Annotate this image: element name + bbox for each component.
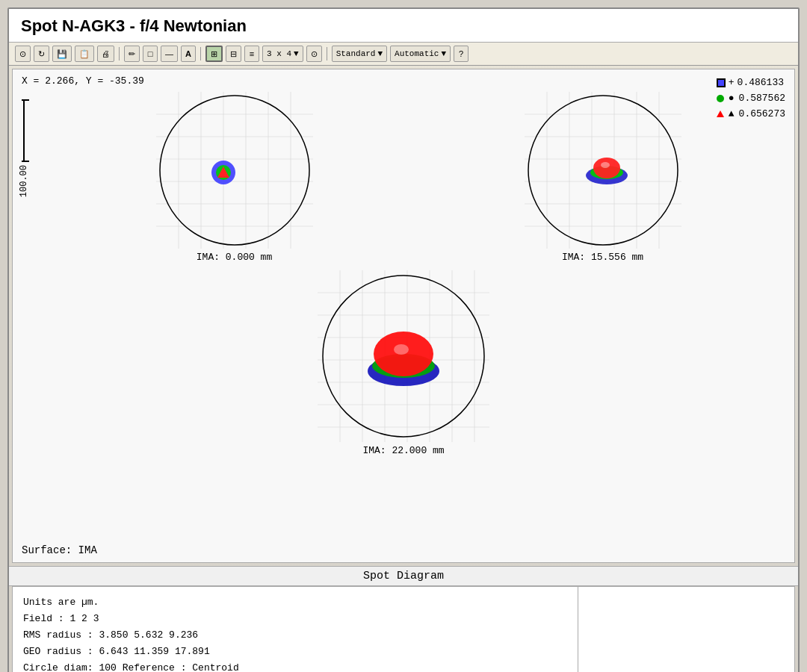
spot-svg-1	[156, 92, 313, 249]
toolbar-minimize[interactable]: ⊙	[15, 46, 31, 62]
field-v3: 3	[93, 613, 99, 624]
geo-v2: 11.359	[134, 646, 169, 657]
dropdown2-label: Automatic	[395, 49, 439, 58]
window-title: Spot N-AGK3 - f/4 Newtonian	[9, 9, 798, 43]
toolbar-rect[interactable]: □	[143, 46, 158, 62]
sep2	[200, 47, 201, 60]
legend: + 0.486133 ● 0.587562 ▲ 0.656273	[717, 75, 785, 122]
rms-row: RMS radius : 3.850 5.632 9.236	[23, 627, 567, 644]
title-text: Spot N-AGK3 - f/4 Newtonian	[21, 16, 247, 35]
toolbar-text[interactable]: A	[181, 46, 196, 62]
spot-container-3	[318, 270, 489, 442]
svg-point-54	[394, 344, 409, 355]
units-line: Units are µm.	[23, 594, 567, 611]
rms-v1: 3.850	[99, 629, 128, 641]
field-v1: 1	[69, 613, 81, 624]
toolbar-line[interactable]: —	[161, 46, 178, 62]
toolbar-grid-view[interactable]: ⊞	[205, 46, 223, 62]
dropdown1-label: Standard	[336, 49, 376, 58]
rms-label: RMS radius :	[23, 629, 99, 641]
circle-v3: : Centroid	[181, 662, 239, 672]
spot-label-1: IMA: 0.000 mm	[197, 252, 272, 263]
toolbar-save[interactable]: 💾	[52, 46, 72, 62]
spot-container-2	[525, 92, 681, 249]
sep3	[327, 47, 327, 60]
svg-point-34	[601, 162, 610, 168]
toolbar-clock[interactable]: ⊙	[306, 46, 322, 62]
geo-row: GEO radius : 6.643 11.359 17.891	[23, 644, 567, 660]
scale-line	[23, 101, 25, 161]
rms-v3: 9.236	[169, 629, 198, 641]
legend-item-green: ● 0.587562	[717, 91, 785, 107]
geo-v1: 6.643	[99, 646, 128, 657]
data-section: Units are µm. Field : 1 2 3 RMS radius :…	[12, 586, 795, 672]
toolbar-pencil[interactable]: ✏	[124, 46, 140, 62]
sep1	[119, 47, 120, 60]
standard-dropdown[interactable]: Standard ▼	[332, 46, 387, 62]
legend-triangle-red	[717, 111, 724, 117]
data-right	[578, 587, 794, 672]
legend-value-blue: 0.486133	[738, 75, 784, 91]
legend-item-red: ▲ 0.656273	[717, 107, 785, 122]
spot-panel-3: IMA: 22.000 mm	[318, 270, 489, 456]
scale-tick-bottom	[22, 161, 29, 162]
spots-row-top: IMA: 0.000 mm	[13, 69, 794, 263]
legend-box-blue	[717, 78, 726, 87]
circle-label: Circle diam:	[23, 662, 99, 672]
surface-label: Surface: IMA	[22, 544, 97, 556]
main-window: Spot N-AGK3 - f/4 Newtonian ⊙ ↻ 💾 📋 🖨 ✏ …	[7, 7, 800, 672]
toolbar-settings[interactable]: ⊟	[226, 46, 241, 62]
toolbar-copy[interactable]: 📋	[75, 46, 94, 62]
circle-v1: 100	[99, 662, 116, 672]
toolbar-refresh[interactable]: ↻	[34, 46, 49, 62]
legend-dot-green	[717, 95, 724, 102]
geo-label: GEO radius :	[23, 646, 99, 657]
grid-label: 3 x 4	[267, 49, 291, 58]
legend-item-blue: + 0.486133	[717, 75, 785, 91]
toolbar: ⊙ ↻ 💾 📋 🖨 ✏ □ — A ⊞ ⊟ ≡ 3 x 4▼ ⊙ Standar…	[9, 43, 798, 66]
svg-point-33	[593, 158, 620, 178]
spot-panel-2: IMA: 15.556 mm	[525, 92, 681, 263]
graph-area: X = 2.266, Y = -35.39 + 0.486133 ● 0.587…	[12, 69, 795, 563]
rms-v2: 5.632	[134, 629, 163, 641]
field-v2: 2	[81, 613, 93, 624]
scale-label: 100.00	[19, 165, 29, 197]
spot-container-1	[156, 92, 313, 249]
legend-value-green: 0.587562	[739, 91, 785, 107]
toolbar-layers[interactable]: ≡	[244, 46, 259, 62]
coords-label: X = 2.266, Y = -35.39	[22, 75, 144, 87]
legend-value-red: 0.656273	[739, 107, 785, 122]
toolbar-help[interactable]: ?	[454, 46, 469, 62]
scale-group	[22, 99, 29, 162]
graph-inner: X = 2.266, Y = -35.39 + 0.486133 ● 0.587…	[13, 69, 794, 562]
automatic-dropdown[interactable]: Automatic ▼	[390, 46, 451, 62]
field-label: Field :	[23, 613, 69, 624]
spots-row-bottom: IMA: 22.000 mm	[13, 263, 794, 456]
spot-panel-1: IMA: 0.000 mm	[156, 92, 313, 263]
spot-label-3: IMA: 22.000 mm	[362, 445, 444, 456]
circle-v2: Reference	[123, 662, 175, 672]
circle-row: Circle diam: 100 Reference : Centroid	[23, 660, 567, 672]
field-row: Field : 1 2 3	[23, 611, 567, 627]
scale-bar: 100.00	[19, 99, 29, 197]
diagram-title: Spot Diagram	[9, 566, 798, 586]
spot-svg-3	[318, 270, 489, 442]
spot-label-2: IMA: 15.556 mm	[562, 252, 643, 263]
geo-v3: 17.891	[175, 646, 210, 657]
data-left: Units are µm. Field : 1 2 3 RMS radius :…	[13, 587, 578, 672]
toolbar-print[interactable]: 🖨	[97, 46, 114, 62]
grid-size-dropdown[interactable]: 3 x 4▼	[262, 46, 303, 62]
spot-svg-2	[525, 92, 681, 249]
